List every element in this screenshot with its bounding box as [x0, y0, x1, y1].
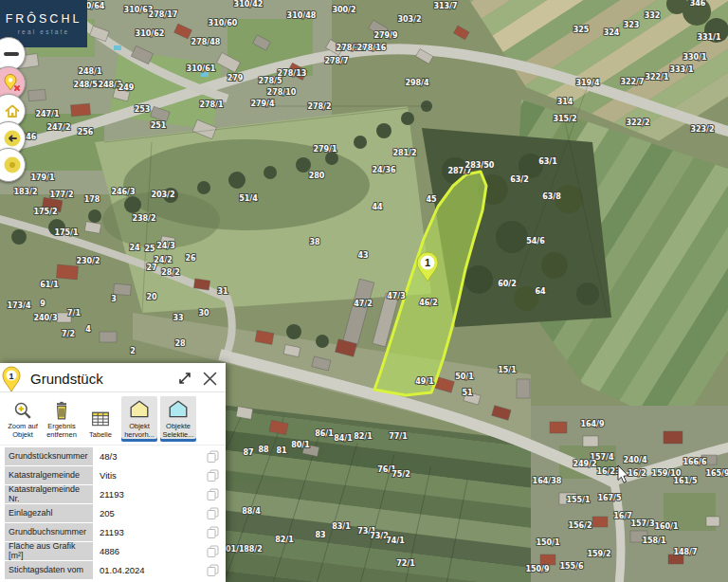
parcel-label: 322/7	[620, 78, 644, 86]
parcel-label: 9	[40, 300, 46, 308]
parcel-label: 155/6	[559, 562, 584, 571]
parcel-label: 164/9	[580, 420, 605, 428]
parcel-label: 27	[146, 264, 156, 272]
parcel-label: 84/1	[334, 434, 353, 443]
parcel-label: 77/1	[389, 432, 408, 441]
parcel-label: 278/10	[267, 88, 297, 97]
parcel-label: 2	[130, 347, 136, 355]
parcel-label: 38	[309, 238, 320, 246]
table-button[interactable]: Tabelle	[82, 404, 118, 442]
parcel-label: 88/2	[244, 545, 263, 554]
parcel-label: 313/7	[433, 2, 457, 10]
parcel-label: 88	[258, 446, 269, 454]
copy-icon[interactable]	[203, 542, 222, 560]
parcel-label: 278/5	[258, 77, 282, 85]
trash-icon	[52, 401, 71, 420]
close-icon[interactable]	[200, 369, 220, 389]
parcel-label: 310/42	[234, 0, 264, 9]
parcel-label: 278/2	[307, 102, 331, 111]
parcel-label: 314	[557, 98, 573, 106]
parcel-label: 24	[129, 244, 140, 252]
parcel-label: 203/2	[151, 191, 174, 199]
parcel-label: 238/2	[132, 214, 155, 223]
parcel-label: 300/2	[332, 6, 355, 14]
zoom-to-object-button[interactable]: Zoom auf Objekt	[5, 398, 41, 442]
map-pin-icon	[2, 73, 23, 94]
select-objects-button[interactable]: Objekte Selektie...	[160, 396, 196, 442]
parcel-label: 156/2	[568, 521, 592, 530]
brand-name: FRÔSCHL	[6, 12, 82, 26]
parcel-label: 87	[243, 448, 253, 457]
parcel-label: 24/36	[372, 166, 396, 174]
parcel-label: 72/1	[396, 559, 415, 568]
popup-toolbar: Zoom auf Objekt Ergebnis entfernen Tabel…	[0, 392, 226, 446]
parcel-label: 175/2	[33, 208, 57, 216]
parcel-label: 253	[135, 105, 151, 114]
table-row: Grundbuchsnummer 21193	[5, 523, 222, 541]
parcel-label: 251	[151, 121, 167, 130]
parcel-label: 33	[173, 314, 183, 322]
parcel-label: 179/1	[30, 173, 55, 182]
parcel-label: 54/6	[526, 237, 545, 246]
attribute-table: Grundstücksnummer 48/3 Katastralgemeinde…	[0, 446, 226, 579]
parcel-label: 315/2	[553, 115, 576, 123]
expand-arrows-icon[interactable]	[175, 369, 194, 388]
parcel-label: 230/2	[76, 257, 100, 265]
parcel-label: 177/2	[49, 191, 73, 199]
parcel-label: 279/4	[250, 100, 275, 108]
parcel-label: 183/2	[13, 188, 37, 196]
parcel-label: 63/2	[510, 175, 529, 184]
parcel-label: 20	[146, 293, 157, 301]
parcel-label: 283/50	[465, 161, 495, 170]
parcel-label: 28/2	[161, 268, 180, 277]
table-row: Grundstücksnummer 48/3	[5, 447, 222, 465]
parcel-label: 247/2	[46, 123, 70, 132]
parcel-label: 303/2	[397, 15, 421, 24]
parcel-label: 165/9	[705, 469, 728, 478]
parcel-label: 278/48	[191, 38, 221, 46]
parcel-label: 82/1	[275, 536, 294, 544]
parcel-label: 7/2	[62, 330, 75, 338]
parcel-label: 249	[118, 83, 135, 92]
minus-icon	[4, 52, 19, 56]
highlight-house-icon	[129, 399, 150, 420]
parcel-label: 25	[144, 245, 155, 253]
parcel-label: 278/16	[357, 44, 387, 52]
parcel-label: 330/1	[682, 53, 707, 62]
table-row: Stichtagsdaten vom 01.04.2024	[5, 561, 222, 579]
parcel-label: 322/1	[645, 73, 669, 82]
parcel-label: 161/5	[673, 477, 698, 485]
copy-icon[interactable]	[203, 485, 222, 503]
copy-icon[interactable]	[203, 523, 222, 541]
parcel-label: 332	[645, 11, 661, 20]
parcel-label: 310/60	[209, 19, 238, 27]
parcel-label: 310/61	[187, 64, 216, 73]
parcel-label: 26	[185, 254, 196, 263]
zoom-object-icon	[13, 401, 32, 420]
remove-result-button[interactable]: Ergebnis entfernen	[44, 398, 80, 442]
parcel-label: 333/1	[669, 65, 694, 74]
parcel-label: 157/3	[630, 519, 654, 528]
parcel-label: 279/9	[373, 31, 398, 40]
table-row: Einlagezahl 205	[5, 504, 222, 522]
parcel-label: 81	[276, 446, 287, 455]
copy-icon[interactable]	[203, 504, 222, 522]
feature-info-panel: 1 Grundstück Zoom auf Objekt	[0, 363, 226, 582]
parcel-label: 325	[573, 26, 590, 34]
table-row: Katastralgemeinde Nr. 21193	[5, 485, 222, 503]
copy-icon[interactable]	[203, 561, 222, 579]
copy-icon[interactable]	[203, 466, 222, 484]
parcel-label: 16/2	[628, 469, 646, 478]
parcel-label: 159/2	[587, 550, 610, 558]
highlight-object-button[interactable]: Objekt hervorh...	[121, 396, 157, 442]
parcel-label: 324	[604, 28, 620, 37]
copy-icon[interactable]	[203, 447, 222, 465]
parcel-label: 16/23	[596, 467, 620, 476]
parcel-label: 249/2	[573, 460, 596, 468]
parcel-label: 280	[309, 172, 325, 180]
parcel-label: 164/38	[533, 477, 562, 485]
parcel-label: 43	[357, 251, 368, 260]
app-window: 1 310/64310/63310/42310/48300/2303/2313/…	[0, 0, 728, 582]
parcel-label: 310/62	[136, 29, 165, 38]
popup-header: 1 Grundstück	[0, 363, 226, 392]
